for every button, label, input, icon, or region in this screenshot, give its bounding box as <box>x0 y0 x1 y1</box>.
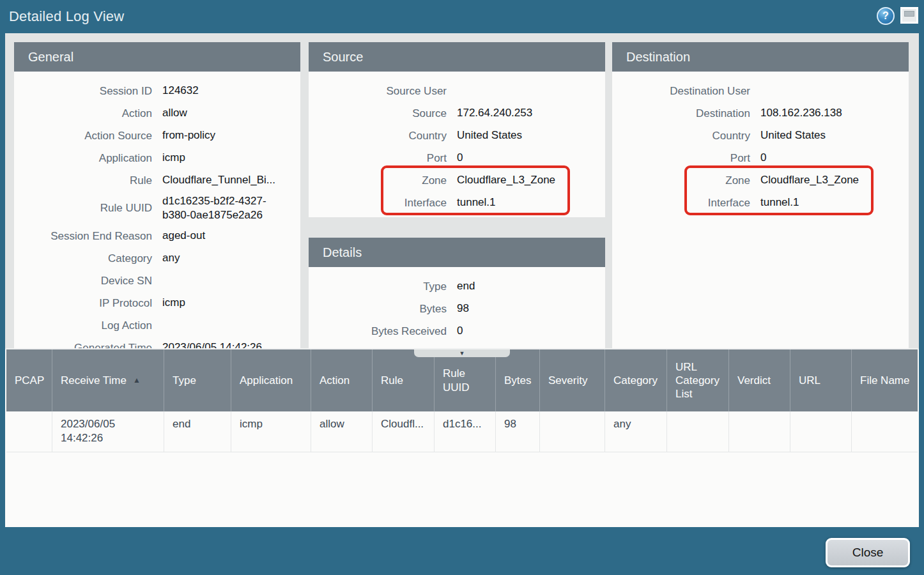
panel-source-header: Source <box>309 42 605 72</box>
field-value: United States <box>457 128 522 142</box>
field-row: Categoryany <box>18 247 290 270</box>
cell-verdict <box>729 411 790 452</box>
field-label: Device SN <box>18 275 152 288</box>
collapse-panel-handle[interactable]: ▼ <box>414 349 510 357</box>
dialog-titlebar: Detailed Log View ? <box>0 0 924 33</box>
field-row: Destination User <box>616 80 898 102</box>
field-row: Port0 <box>616 147 898 169</box>
field-row: Action Sourcefrom-policy <box>18 125 290 147</box>
field-label: Source <box>312 107 447 120</box>
field-row: Generated Time2023/06/05 14:42:26 <box>18 337 290 348</box>
close-button[interactable]: Close <box>826 538 910 567</box>
cell-action: allow <box>311 411 373 452</box>
column-header-severity[interactable]: Severity <box>540 349 605 411</box>
log-table-row[interactable]: 2023/06/05 14:42:26 end icmp allow Cloud… <box>6 411 918 452</box>
column-header-file-name[interactable]: File Name <box>852 349 918 411</box>
column-header-type[interactable]: Type <box>164 349 231 411</box>
panel-details-header: Details <box>309 238 605 267</box>
field-label: Log Action <box>18 319 152 332</box>
window-restore-icon[interactable] <box>900 7 918 24</box>
panel-source: Source Source User Source172.64.240.253 … <box>309 42 605 217</box>
field-value: from-policy <box>162 128 215 142</box>
field-label: Country <box>616 130 750 142</box>
column-header-application[interactable]: Application <box>231 349 311 411</box>
field-row: Applicationicmp <box>18 147 290 169</box>
dialog-title: Detailed Log View <box>9 8 124 25</box>
field-label: IP Protocol <box>18 297 152 310</box>
field-value: 0 <box>760 151 766 165</box>
panel-general: General Session ID124632 Actionallow Act… <box>14 42 300 348</box>
cell-url <box>790 411 852 452</box>
field-label: Destination User <box>616 85 750 98</box>
field-value: icmp <box>162 296 185 310</box>
column-header-category[interactable]: Category <box>605 349 667 411</box>
field-value: 2023/06/05 14:42:26 <box>162 341 262 348</box>
field-row: ZoneCloudflare_L3_Zone <box>312 169 595 192</box>
field-row: Session End Reasonaged-out <box>18 225 290 247</box>
cell-application: icmp <box>231 411 311 452</box>
help-icon[interactable]: ? <box>877 7 895 25</box>
column-header-rule-uuid[interactable]: Rule UUID <box>435 349 496 411</box>
field-value: aged-out <box>162 229 205 243</box>
cell-type: end <box>164 411 231 452</box>
sort-ascending-icon: ▲ <box>133 376 141 385</box>
field-label: Destination <box>616 107 750 120</box>
chevron-down-icon: ▼ <box>459 351 465 356</box>
field-value: 0 <box>457 151 463 165</box>
log-table-header: PCAP Receive Time▲ Type Application Acti… <box>6 349 918 411</box>
field-value: tunnel.1 <box>457 195 496 210</box>
panel-general-body: Session ID124632 Actionallow Action Sour… <box>14 72 300 348</box>
field-row: Log Action <box>18 314 290 337</box>
field-row: RuleCloudflare_Tunnel_Bi... <box>18 169 290 192</box>
field-value: any <box>162 251 180 265</box>
panel-destination-body: Destination User Destination108.162.236.… <box>612 72 909 348</box>
column-header-receive-time[interactable]: Receive Time▲ <box>52 349 164 411</box>
field-label: Session ID <box>18 85 152 98</box>
cell-category: any <box>605 411 667 452</box>
field-row: Device SN <box>18 270 290 292</box>
column-header-bytes[interactable]: Bytes <box>496 349 540 411</box>
field-label: Port <box>616 152 750 165</box>
field-label: Rule <box>18 174 152 187</box>
field-row: Rule UUIDd1c16235-b2f2-4327-b380-0ae1875… <box>18 192 290 225</box>
window-restore-icon-inner <box>904 11 914 17</box>
column-header-url[interactable]: URL <box>790 349 852 411</box>
field-value: tunnel.1 <box>760 195 799 210</box>
field-value: Cloudflare_L3_Zone <box>760 173 859 187</box>
field-value: Cloudflare_Tunnel_Bi... <box>162 173 275 187</box>
field-label: Port <box>312 152 447 165</box>
field-value: allow <box>162 106 187 120</box>
cell-rule-uuid: d1c16... <box>435 411 496 452</box>
field-row: Interfacetunnel.1 <box>312 192 595 214</box>
column-header-action[interactable]: Action <box>311 349 373 411</box>
field-value: 124632 <box>162 84 199 98</box>
column-header-url-category-list[interactable]: URL Category List <box>667 349 729 411</box>
column-header-rule[interactable]: Rule <box>373 349 435 411</box>
field-label: Generated Time <box>18 342 152 349</box>
column-header-pcap[interactable]: PCAP <box>6 349 52 411</box>
panel-source-body: Source User Source172.64.240.253 Country… <box>309 72 605 217</box>
field-label: Source User <box>312 85 447 98</box>
field-row: Typeend <box>312 275 595 298</box>
field-label: Type <box>312 280 447 293</box>
field-row: Source User <box>312 80 595 102</box>
panel-destination-header: Destination <box>612 42 909 72</box>
field-value: icmp <box>162 151 185 165</box>
field-row: CountryUnited States <box>312 125 595 147</box>
panel-details: Details Typeend Bytes98 Bytes Received0 <box>309 238 605 348</box>
field-label: Action <box>18 107 152 120</box>
field-label: Rule UUID <box>18 202 152 215</box>
field-label: Zone <box>312 174 447 187</box>
field-row: Destination108.162.236.138 <box>616 102 898 125</box>
field-row: IP Protocolicmp <box>18 292 290 314</box>
field-row: Port0 <box>312 147 595 169</box>
field-value: Cloudflare_L3_Zone <box>457 173 555 187</box>
cell-rule: Cloudfl... <box>373 411 435 452</box>
log-table: ▼ PCAP Receive Time▲ Type Application Ac… <box>5 348 919 527</box>
field-row: Bytes98 <box>312 298 595 320</box>
help-glyph: ? <box>882 10 889 22</box>
panel-general-header: General <box>14 42 300 72</box>
field-value: 0 <box>457 324 463 338</box>
column-header-verdict[interactable]: Verdict <box>729 349 790 411</box>
cell-url-category-list <box>667 411 729 452</box>
